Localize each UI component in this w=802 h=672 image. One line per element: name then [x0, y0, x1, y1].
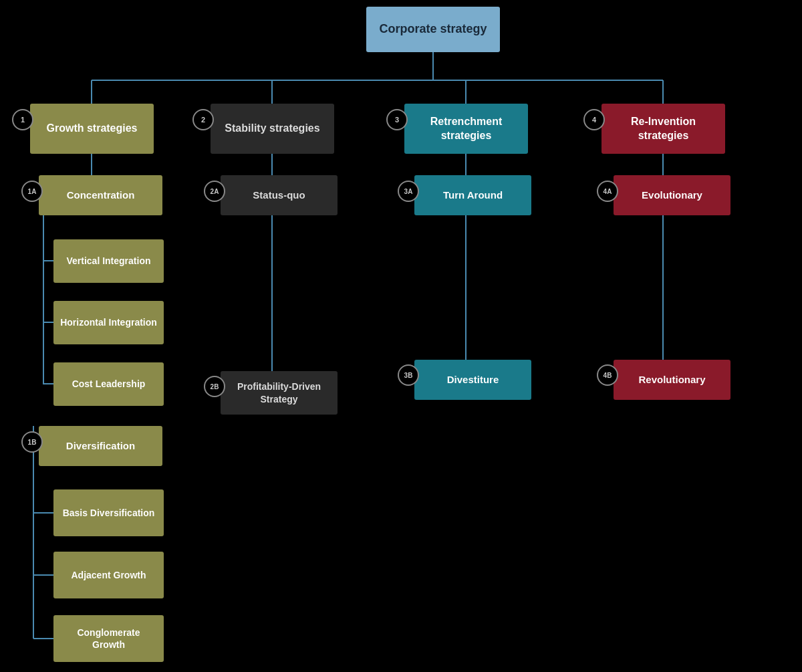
horizontal-integration-box: Horizontal Integration [53, 301, 164, 344]
badge-1a: 1A [21, 181, 43, 202]
turn-around-box: Turn Around [414, 175, 531, 215]
badge-1: 1 [12, 109, 33, 130]
badge-2b: 2B [204, 376, 225, 397]
status-quo-box: Status-quo [221, 175, 338, 215]
divestiture-box: Divestiture [414, 360, 531, 400]
corporate-strategy-box: Corporate strategy [366, 7, 500, 52]
badge-3b: 3B [398, 364, 419, 386]
diversification-box: Diversification [39, 426, 162, 466]
concentration-box: Concentration [39, 175, 162, 215]
vertical-integration-box: Vertical Integration [53, 239, 164, 283]
badge-4: 4 [583, 109, 605, 130]
adjacent-growth-box: Adjacent Growth [53, 552, 164, 598]
diagram: Corporate strategy Growth strategies Sta… [0, 0, 802, 672]
cost-leadership-box: Cost Leadership [53, 362, 164, 406]
growth-strategies-box: Growth strategies [30, 104, 154, 154]
badge-1b: 1B [21, 431, 43, 453]
reinvention-strategies-box: Re-Invention strategies [602, 104, 725, 154]
badge-4a: 4A [597, 181, 618, 202]
profitability-driven-box: Profitability-Driven Strategy [221, 371, 338, 415]
badge-3a: 3A [398, 181, 419, 202]
badge-2a: 2A [204, 181, 225, 202]
conglomerate-growth-box: Conglomerate Growth [53, 615, 164, 662]
badge-3: 3 [386, 109, 408, 130]
retrenchment-strategies-box: Retrenchment strategies [404, 104, 528, 154]
basis-diversification-box: Basis Diversification [53, 489, 164, 536]
stability-strategies-box: Stability strategies [211, 104, 334, 154]
evolutionary-box: Evolutionary [614, 175, 730, 215]
badge-4b: 4B [597, 364, 618, 386]
badge-2: 2 [192, 109, 214, 130]
revolutionary-box: Revolutionary [614, 360, 730, 400]
